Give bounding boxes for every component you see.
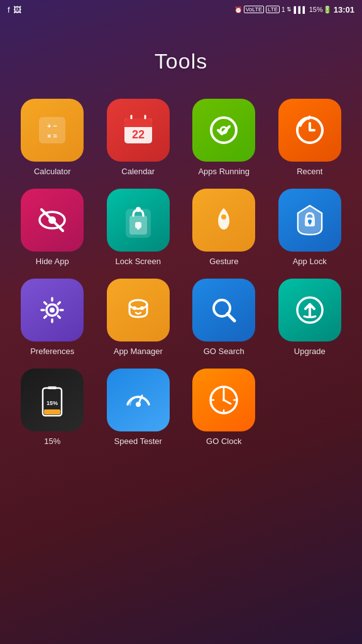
status-right-info: ⏰ VoLTE LTE 1 ⇅ ▌▌▌ 15%🔋 13:01 <box>234 5 354 14</box>
svg-rect-5 <box>124 125 152 127</box>
status-bar: f 🖼 ⏰ VoLTE LTE 1 ⇅ ▌▌▌ 15%🔋 13:01 <box>0 0 362 18</box>
hide-app-label: Hide App <box>36 257 69 266</box>
apps-running-icon <box>192 99 255 162</box>
apps-running-label: Apps Running <box>198 167 250 176</box>
go-search-icon <box>192 279 255 341</box>
calculator-label: Calculator <box>34 167 71 176</box>
svg-line-40 <box>224 400 231 404</box>
svg-point-27 <box>133 306 136 310</box>
app-item-recent[interactable]: Recent <box>270 99 350 176</box>
app-item-battery[interactable]: 15% 15% <box>13 369 92 446</box>
clock-display: 13:01 <box>334 5 354 14</box>
battery-icon: 15% <box>21 369 84 431</box>
app-manager-label: App Manager <box>114 347 163 356</box>
app-item-calculator[interactable]: + − × = Calculator <box>13 99 92 176</box>
lock-screen-label: Lock Screen <box>116 257 161 266</box>
preferences-icon <box>21 279 84 341</box>
page-title: Tools <box>0 49 362 74</box>
app-item-speed-tester[interactable]: Speed Tester <box>99 369 178 446</box>
svg-text:× =: × = <box>47 132 57 140</box>
upgrade-icon <box>278 279 341 341</box>
svg-point-10 <box>221 127 227 133</box>
image-icon: 🖼 <box>13 5 21 14</box>
battery-label: 15% <box>44 436 60 446</box>
recent-label: Recent <box>297 167 322 176</box>
calculator-icon: + − × = <box>21 99 84 162</box>
recent-icon <box>278 99 341 162</box>
app-item-app-manager[interactable]: App Manager <box>99 279 178 356</box>
svg-rect-34 <box>44 409 60 414</box>
volte-indicator: VoLTE <box>244 6 264 13</box>
lte-indicator: LTE <box>266 6 280 13</box>
preferences-label: Preferences <box>30 347 74 356</box>
app-lock-label: App Lock <box>293 257 327 266</box>
sim-indicator: 1 <box>282 6 285 13</box>
signal-bars-icon: ▌▌▌ <box>293 6 307 13</box>
svg-point-36 <box>136 402 141 407</box>
app-item-apps-running[interactable]: Apps Running <box>184 99 264 176</box>
bottom-spacer <box>0 446 362 484</box>
app-item-calendar[interactable]: 22 Calendar <box>99 99 178 176</box>
svg-point-20 <box>221 214 226 219</box>
go-search-label: GO Search <box>204 347 244 356</box>
app-item-app-lock[interactable]: App Lock <box>270 189 350 266</box>
hide-app-icon <box>21 189 84 252</box>
app-item-lock-screen[interactable]: Lock Screen <box>99 189 178 266</box>
gesture-icon <box>192 189 255 252</box>
go-clock-label: GO Clock <box>206 436 241 446</box>
svg-text:22: 22 <box>132 128 145 141</box>
calendar-label: Calendar <box>121 167 155 176</box>
app-item-go-search[interactable]: GO Search <box>184 279 264 356</box>
svg-point-25 <box>50 308 55 313</box>
go-clock-icon <box>192 369 255 431</box>
app-item-hide-app[interactable]: Hide App <box>13 189 92 266</box>
svg-rect-18 <box>137 226 140 230</box>
alarm-icon: ⏰ <box>234 6 242 13</box>
svg-point-9 <box>211 118 236 143</box>
svg-point-26 <box>129 300 147 309</box>
gesture-label: Gesture <box>209 257 238 266</box>
svg-text:+ −: + − <box>47 122 57 130</box>
speed-tester-label: Speed Tester <box>114 436 162 446</box>
svg-line-30 <box>228 314 234 321</box>
data-arrows-icon: ⇅ <box>287 6 292 13</box>
battery-indicator: 15%🔋 <box>309 6 332 14</box>
svg-rect-33 <box>48 386 57 389</box>
facebook-icon: f <box>8 5 10 14</box>
app-item-go-clock[interactable]: GO Clock <box>184 369 264 446</box>
calendar-icon: 22 <box>107 99 170 162</box>
svg-rect-23 <box>309 221 310 225</box>
upgrade-label: Upgrade <box>294 347 326 356</box>
lock-screen-icon <box>107 189 170 252</box>
app-item-gesture[interactable]: Gesture <box>184 189 264 266</box>
apps-grid: + − × = Calculator 22 Calendar <box>0 99 362 446</box>
svg-point-19 <box>136 207 141 212</box>
status-left-icons: f 🖼 <box>8 5 21 14</box>
app-item-upgrade[interactable]: Upgrade <box>270 279 350 356</box>
app-manager-icon <box>107 279 170 341</box>
app-item-preferences[interactable]: Preferences <box>13 279 92 356</box>
speed-tester-icon <box>107 369 170 431</box>
app-lock-icon <box>278 189 341 252</box>
svg-point-28 <box>140 306 144 310</box>
svg-text:15%: 15% <box>47 400 58 406</box>
